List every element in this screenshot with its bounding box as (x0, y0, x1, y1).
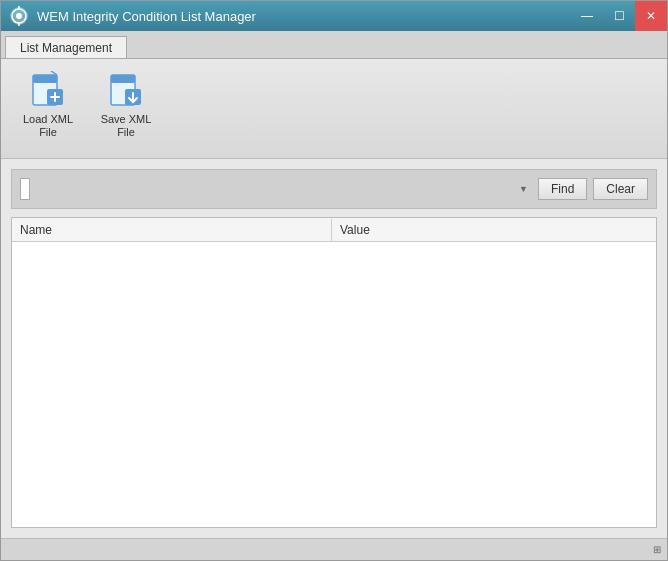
title-bar-left: WEM Integrity Condition List Manager (9, 6, 256, 26)
title-bar: WEM Integrity Condition List Manager — ☐… (1, 1, 667, 31)
title-bar-controls: — ☐ ✕ (571, 1, 667, 31)
save-xml-icon (107, 71, 145, 109)
table-container: Name Value (11, 217, 657, 528)
main-window: WEM Integrity Condition List Manager — ☐… (0, 0, 668, 561)
search-dropdown[interactable] (20, 178, 30, 200)
close-button[interactable]: ✕ (635, 1, 667, 31)
toolbar: Load XML File Save XML File (1, 59, 667, 159)
minimize-button[interactable]: — (571, 1, 603, 31)
tab-list-management-label: List Management (20, 41, 112, 55)
col-header-value: Value (332, 219, 656, 241)
app-icon (9, 6, 29, 26)
svg-rect-6 (33, 75, 57, 83)
window-title: WEM Integrity Condition List Manager (37, 9, 256, 24)
status-bar: ⊞ (1, 538, 667, 560)
svg-rect-9 (111, 75, 135, 83)
status-icon: ⊞ (653, 544, 661, 555)
search-dropdown-wrapper (20, 178, 532, 200)
tab-list-management[interactable]: List Management (5, 36, 127, 58)
tab-bar: List Management (1, 31, 667, 59)
save-xml-button[interactable]: Save XML File (91, 67, 161, 143)
table-header: Name Value (12, 218, 656, 242)
save-xml-label: Save XML File (101, 113, 152, 139)
maximize-button[interactable]: ☐ (603, 1, 635, 31)
content-area: Find Clear Name Value (1, 159, 667, 538)
load-xml-icon (29, 71, 67, 109)
load-xml-button[interactable]: Load XML File (13, 67, 83, 143)
find-button[interactable]: Find (538, 178, 587, 200)
load-xml-label: Load XML File (23, 113, 73, 139)
clear-button[interactable]: Clear (593, 178, 648, 200)
col-header-name: Name (12, 219, 332, 241)
search-bar: Find Clear (11, 169, 657, 209)
svg-point-2 (16, 13, 22, 19)
